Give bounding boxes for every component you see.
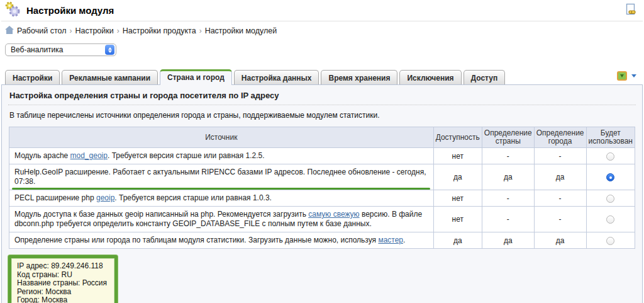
geoip-result-box: IP адрес: 89.249.246.118 Код страны: RU … bbox=[8, 255, 118, 303]
country-cell: - bbox=[482, 207, 534, 232]
source-cell: Модуль apache mod_geoip. Требуется верси… bbox=[9, 148, 434, 164]
breadcrumb-separator: › bbox=[69, 26, 72, 35]
page-title: Настройки модуля bbox=[26, 5, 114, 16]
use-cell bbox=[586, 148, 635, 164]
use-source-radio[interactable] bbox=[606, 215, 614, 224]
breadcrumb: Рабочий стол › Настройки › Настройки про… bbox=[1, 21, 643, 40]
use-cell bbox=[586, 207, 635, 232]
select-stepper-icon bbox=[105, 45, 114, 55]
tab-bar: Настройки Рекламные кампании Страна и го… bbox=[1, 62, 643, 84]
page-link-icon[interactable] bbox=[625, 3, 636, 18]
source-cell: PECL расширение php geoip. Требуется вер… bbox=[9, 190, 434, 207]
source-text: Определение страны или города по таблица… bbox=[14, 236, 378, 244]
table-row-php-geoip-db: Модуль доступа к базе данных geoip напис… bbox=[9, 207, 635, 232]
tab-label: Время хранения bbox=[328, 74, 390, 83]
table-row-stats-module-tables: Определение страны или города по таблица… bbox=[9, 232, 635, 249]
city-cell: - bbox=[534, 207, 586, 232]
breadcrumb-separator: › bbox=[117, 26, 119, 35]
source-link[interactable]: самую свежую bbox=[308, 210, 359, 219]
country-cell: - bbox=[482, 190, 534, 207]
tab-settings[interactable]: Настройки bbox=[5, 70, 60, 85]
city-cell: - bbox=[534, 148, 586, 164]
use-source-radio[interactable] bbox=[606, 152, 614, 161]
module-select[interactable]: Веб-аналитика bbox=[5, 43, 116, 56]
col-header-will-be-used: Будет использован bbox=[586, 127, 635, 148]
source-link[interactable]: мастер bbox=[378, 236, 403, 244]
source-text: Модуль доступа к базе данных geoip напис… bbox=[14, 210, 308, 219]
city-cell: - bbox=[534, 190, 586, 207]
table-row-mod-geoip: Модуль apache mod_geoip. Требуется верси… bbox=[9, 148, 635, 164]
breadcrumb-item-desktop[interactable]: Рабочий стол bbox=[17, 26, 66, 35]
export-settings-icon[interactable] bbox=[617, 71, 627, 81]
availability-cell: нет bbox=[433, 207, 482, 232]
chevron-down-icon[interactable] bbox=[631, 74, 636, 77]
breadcrumb-separator: › bbox=[199, 26, 202, 35]
use-cell bbox=[586, 232, 635, 249]
availability-cell: да bbox=[433, 164, 482, 190]
geoip-city: Город: Москва bbox=[17, 296, 107, 303]
availability-cell: нет bbox=[433, 148, 482, 164]
module-select-value: Веб-аналитика bbox=[11, 45, 63, 54]
col-header-country: Определение страны bbox=[482, 127, 534, 148]
geoip-country-name: Название страны: Россия bbox=[17, 279, 107, 288]
col-header-source: Источник bbox=[9, 127, 434, 148]
availability-cell: нет bbox=[433, 190, 482, 207]
tab-label: Исключения bbox=[407, 74, 453, 83]
tab-label: Настройки bbox=[13, 74, 52, 83]
page: Настройки модуля Рабочий стол › Настройк… bbox=[0, 0, 644, 303]
tab-country-city[interactable]: Страна и город bbox=[160, 69, 232, 85]
table-row-pecl-geoip: PECL расширение php geoip. Требуется вер… bbox=[9, 190, 635, 207]
country-cell: - bbox=[482, 148, 534, 164]
geoip-sources-table: Источник Доступность Определение страны … bbox=[9, 127, 635, 249]
source-text: . Требуется версия старше или равная 1.0… bbox=[114, 193, 272, 202]
use-cell bbox=[586, 164, 635, 190]
col-header-city: Определение города bbox=[534, 127, 586, 148]
source-text: PECL расширение php bbox=[14, 193, 96, 202]
source-text: . Требуется версия старше или равная 1.2… bbox=[108, 151, 265, 160]
source-text: Модуль apache bbox=[14, 151, 70, 160]
tab-label: Рекламные кампании bbox=[69, 74, 150, 83]
section-heading: Настройка определения страны и города по… bbox=[2, 85, 642, 105]
geoip-country-code: Код страны: RU bbox=[17, 271, 107, 280]
breadcrumb-item-module-settings: Настройки модулей bbox=[205, 26, 277, 35]
source-cell: Определение страны или города по таблица… bbox=[9, 232, 434, 249]
tab-label: Страна и город bbox=[167, 73, 225, 82]
breadcrumb-item-settings[interactable]: Настройки bbox=[75, 26, 113, 35]
geoip-ip-address: IP адрес: 89.249.246.118 bbox=[17, 262, 107, 271]
title-bar: Настройки модуля bbox=[1, 0, 643, 21]
country-city-panel: Настройка определения страны и города по… bbox=[1, 84, 643, 303]
country-cell: да bbox=[482, 232, 534, 249]
tab-data-settings[interactable]: Настройка данных bbox=[234, 70, 319, 85]
tab-storage-period[interactable]: Время хранения bbox=[321, 70, 397, 85]
gears-icon bbox=[4, 1, 21, 20]
source-text: RuHelp.GeoIP расширение. Работает с акту… bbox=[14, 168, 426, 186]
col-header-availability: Доступность bbox=[433, 127, 482, 148]
source-cell: Модуль доступа к базе данных geoip напис… bbox=[9, 207, 434, 232]
availability-cell: да bbox=[433, 232, 482, 249]
module-select-row: Веб-аналитика bbox=[1, 40, 643, 62]
tab-label: Доступ bbox=[471, 74, 498, 83]
use-source-radio[interactable] bbox=[606, 173, 614, 181]
table-row-ruhelp-geoip: RuHelp.GeoIP расширение. Работает с акту… bbox=[9, 164, 635, 190]
country-cell: да bbox=[482, 164, 534, 190]
source-text: . bbox=[403, 236, 405, 244]
breadcrumb-item-product-settings[interactable]: Настройки продукта bbox=[123, 26, 196, 35]
source-cell: RuHelp.GeoIP расширение. Работает с акту… bbox=[9, 164, 434, 190]
use-source-radio[interactable] bbox=[606, 237, 614, 245]
use-source-radio[interactable] bbox=[606, 195, 614, 203]
home-icon[interactable] bbox=[5, 26, 14, 36]
tab-exclusions[interactable]: Исключения bbox=[399, 70, 461, 85]
source-link[interactable]: mod_geoip bbox=[70, 151, 108, 160]
tab-ad-campaigns[interactable]: Рекламные кампании bbox=[62, 70, 158, 85]
city-cell: да bbox=[534, 232, 586, 249]
tab-access[interactable]: Доступ bbox=[464, 70, 506, 85]
source-link[interactable]: geoip bbox=[96, 193, 114, 202]
city-cell: да bbox=[534, 164, 586, 190]
table-header-row: Источник Доступность Определение страны … bbox=[9, 127, 635, 148]
section-description: В таблице перечислены источники определе… bbox=[2, 105, 642, 127]
tab-label: Настройка данных bbox=[242, 74, 312, 83]
use-cell bbox=[586, 190, 635, 207]
geoip-region: Регион: Москва bbox=[17, 288, 107, 297]
